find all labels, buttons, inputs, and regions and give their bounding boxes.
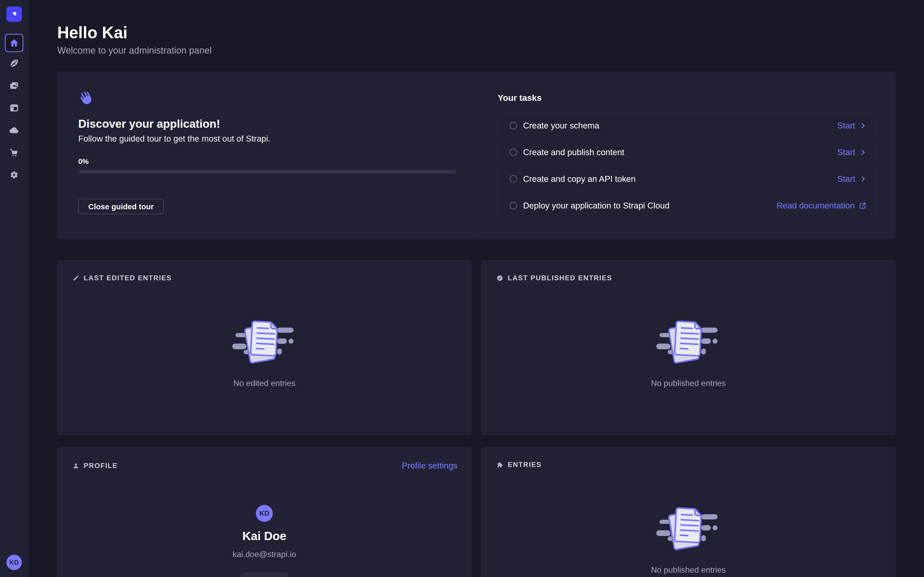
- guided-tour-description: Follow the guided tour to get the most o…: [78, 134, 456, 143]
- profile-role-badge: [241, 572, 288, 577]
- guided-tour-title: Discover your application!: [78, 118, 456, 130]
- widgets-row-2: PROFILE Profile settings KD Kai Doe kai.…: [57, 447, 895, 577]
- entries-widget: ENTRIES: [481, 447, 895, 577]
- gear-icon: [9, 170, 19, 180]
- task-row: Create your schema Start: [498, 112, 877, 139]
- chevron-right-icon: [859, 175, 867, 183]
- task-label: Deploy your application to Strapi Cloud: [523, 201, 776, 211]
- sidebar-user-avatar[interactable]: KD: [6, 555, 22, 570]
- widget-title: PROFILE: [84, 462, 118, 470]
- empty-state-text: No published entries: [651, 379, 726, 388]
- profile-email: kai.doe@strapi.io: [233, 550, 296, 559]
- waving-hand-icon: [78, 90, 93, 105]
- guided-tour-panel: Discover your application! Follow the gu…: [57, 71, 477, 240]
- widgets-row-1: LAST EDITED ENTRIES: [57, 260, 895, 435]
- empty-state-text: No edited entries: [233, 379, 296, 388]
- widget-title: LAST PUBLISHED ENTRIES: [508, 274, 612, 282]
- puzzle-icon: [496, 461, 503, 468]
- sidebar-item-settings[interactable]: [0, 164, 28, 186]
- page-subtitle: Welcome to your administration panel: [57, 45, 895, 56]
- task-status-circle: [509, 202, 517, 210]
- sidebar-divider: [0, 28, 28, 29]
- page-header: Hello Kai Welcome to your administration…: [57, 0, 895, 67]
- task-label: Create and publish content: [523, 147, 837, 157]
- strapi-admin-dashboard: KD Hello Kai Welcome to your administrat…: [0, 0, 924, 577]
- widget-title: LAST EDITED ENTRIES: [84, 274, 172, 282]
- task-start-link[interactable]: Start: [837, 121, 867, 131]
- tasks-list: Create your schema Start Create and publ…: [498, 112, 877, 219]
- task-status-circle: [509, 148, 517, 156]
- sidebar-item-content-manager[interactable]: [0, 52, 28, 74]
- chevron-right-icon: [859, 148, 867, 156]
- task-row: Create and publish content Start: [498, 139, 877, 165]
- empty-documents-illustration: [656, 502, 720, 556]
- task-row: Create and copy an API token Start: [498, 165, 877, 192]
- main-content: Hello Kai Welcome to your administration…: [29, 0, 924, 577]
- read-documentation-link[interactable]: Read documentation: [776, 201, 867, 211]
- layout-icon: [9, 103, 19, 113]
- home-icon: [10, 39, 19, 48]
- page-title: Hello Kai: [57, 24, 895, 42]
- external-link-icon: [859, 201, 867, 210]
- empty-documents-illustration: [656, 316, 720, 370]
- widget-title: ENTRIES: [508, 461, 541, 469]
- profile-avatar: KD: [256, 505, 273, 522]
- images-icon: [9, 81, 19, 91]
- check-circle-icon: [496, 275, 503, 282]
- task-start-link[interactable]: Start: [837, 147, 867, 157]
- last-published-entries-widget: LAST PUBLISHED ENTRIES: [481, 260, 895, 435]
- sidebar: KD: [0, 0, 29, 577]
- sidebar-item-media-library[interactable]: [0, 74, 28, 97]
- chevron-right-icon: [859, 122, 867, 129]
- sidebar-item-content-type-builder[interactable]: [0, 97, 28, 119]
- task-label: Create and copy an API token: [523, 174, 837, 184]
- task-row: Deploy your application to Strapi Cloud …: [498, 192, 877, 219]
- cart-icon: [9, 147, 19, 158]
- guided-tour-card: Discover your application! Follow the gu…: [57, 71, 895, 240]
- strapi-logo: [6, 6, 22, 22]
- task-label: Create your schema: [523, 121, 837, 131]
- empty-documents-illustration: [232, 316, 296, 370]
- close-guided-tour-button[interactable]: Close guided tour: [78, 199, 164, 214]
- cloud-icon: [9, 125, 19, 135]
- strapi-logo-icon: [10, 10, 18, 18]
- profile-widget: PROFILE Profile settings KD Kai Doe kai.…: [57, 447, 472, 577]
- task-status-circle: [509, 175, 517, 183]
- tasks-panel: Your tasks Create your schema Start: [477, 71, 895, 240]
- progress-bar: [78, 170, 456, 174]
- empty-state-text: No published entries: [651, 565, 726, 575]
- tasks-title: Your tasks: [498, 93, 895, 103]
- sidebar-item-home[interactable]: [5, 34, 23, 52]
- pencil-icon: [73, 275, 79, 282]
- profile-name: Kai Doe: [242, 529, 286, 543]
- sidebar-item-marketplace[interactable]: [0, 141, 28, 164]
- last-edited-entries-widget: LAST EDITED ENTRIES: [57, 260, 472, 435]
- feather-icon: [9, 58, 19, 68]
- progress-label: 0%: [78, 158, 456, 166]
- profile-settings-link[interactable]: Profile settings: [402, 461, 457, 471]
- task-start-link[interactable]: Start: [837, 174, 867, 184]
- user-icon: [73, 463, 79, 469]
- task-status-circle: [509, 122, 517, 129]
- sidebar-item-cloud[interactable]: [0, 119, 28, 141]
